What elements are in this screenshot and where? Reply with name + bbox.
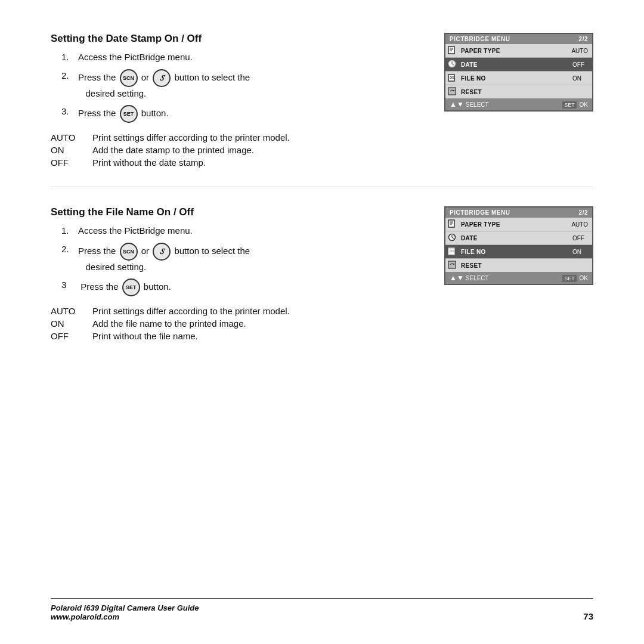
s2-step3-num: 3 [61,278,78,292]
val-off-2: Print without the file name. [92,331,432,341]
val-on-1: Add the date stamp to the printed image. [92,145,432,155]
lcd2-footer-left: ▲▼ SELECT [450,274,489,282]
svg-rect-11 [448,220,454,227]
lcd2-set-icon: SET [562,275,577,282]
step1-text: Access the PictBridge menu. [78,51,432,64]
val-off-1: Print without the date stamp. [92,157,432,168]
section1-title: Setting the Date Stamp On / Off [51,33,432,45]
lcd2-header: PICTBRIDGE MENU 2/2 [445,208,592,218]
footer-left: Polaroid i639 Digital Camera User Guide … [51,603,199,621]
section1: Setting the Date Stamp On / Off 1. Acces… [51,33,593,168]
lcd1-ok-label: OK [580,101,588,108]
lcd1-label-papertype: PAPER TYPE [459,45,567,57]
lcd1-row-fileno: 001 FILE NO ON [445,72,592,85]
footer-left-line2: www.polaroid.com [51,612,199,621]
lcd2-select-label: SELECT [466,275,489,281]
step2-text: Press the SCN or 𝑆 button to select the … [78,69,432,101]
lcd1-ok-area: SET OK [562,101,588,108]
lcd2-icon-reset [445,259,459,272]
key-off-1: OFF [51,157,92,168]
step1-num: 1. [61,51,78,64]
lcd1-arrow-icon: ▲▼ [450,100,464,109]
section1-step1: 1. Access the PictBridge menu. [61,51,432,64]
s2-step2-text: Press the SCN or 𝑆 button to select the … [78,243,432,274]
lcd2-title: PICTBRIDGE MENU [450,209,510,216]
lcd2-value-date: OFF [568,233,592,244]
lcd2-row-reset: RESET [445,259,592,272]
lcd2-footer: ▲▼ SELECT SET OK [445,272,592,284]
lcd1-icon-papertype [445,44,459,57]
section2-setting-on: ON Add the file name to the printed imag… [51,318,432,329]
lcd1-label-date: DATE [459,59,568,70]
set-button-icon: SET [120,105,138,123]
lcd1-set-icon: SET [562,101,577,109]
footer-url: www.polaroid.com [51,612,119,621]
step2-num: 2. [61,69,78,83]
s-button-icon: 𝑆 [153,69,171,87]
lcd2-value-papertype: AUTO [567,219,592,230]
section2-setting-auto: AUTO Print settings differ according to … [51,306,432,316]
section1-lcd: PICTBRIDGE MENU 2/2 PAPER TYPE AUTO DATE… [444,33,593,112]
scn-button-icon: SCN [120,69,138,87]
lcd2-ok-label: OK [580,275,588,281]
page-footer: Polaroid i639 Digital Camera User Guide … [51,598,593,621]
lcd2-icon-papertype [445,218,459,231]
footer-title: Polaroid i639 Digital Camera User Guide [51,603,199,612]
lcd2-value-fileno: ON [568,246,592,258]
lcd2-row-papertype: PAPER TYPE AUTO [445,218,592,231]
lcd1-page: 2/2 [579,36,588,42]
lcd1-header: PICTBRIDGE MENU 2/2 [445,34,592,44]
section1-setting-auto: AUTO Print settings differ according to … [51,132,432,143]
val-auto-1: Print settings differ according to the p… [92,132,432,143]
step3-num: 3. [61,105,78,119]
section2-title: Setting the File Name On / Off [51,206,432,218]
section-divider [51,187,593,187]
s2-step1-text: Access the PictBridge menu. [78,224,432,238]
key-on-2: ON [51,318,92,329]
lcd2-row-date: DATE OFF [445,231,592,245]
key-on-1: ON [51,145,92,155]
lcd1-footer-left: ▲▼ SELECT [450,100,489,109]
s2-step1-num: 1. [61,224,78,238]
lcd1-value-reset [568,89,592,94]
lcd2-label-reset: RESET [459,260,568,271]
lcd2-label-fileno: FILE NO [459,246,568,258]
section2-lcd: PICTBRIDGE MENU 2/2 PAPER TYPE AUTO DATE… [444,206,593,285]
section2-step2: 2. Press the SCN or 𝑆 button to select t… [61,243,432,274]
lcd2-ok-area: SET OK [562,275,588,281]
lcd1-select-label: SELECT [466,101,489,108]
svg-rect-20 [448,261,456,268]
step3-text: Press the SET button. [78,105,432,123]
lcd1-label-reset: RESET [459,86,568,98]
lcd2-arrow-icon: ▲▼ [450,274,464,282]
svg-text:001: 001 [450,76,455,79]
lcd1-icon-reset [445,85,459,98]
section2-instructions: 1. Access the PictBridge menu. 2. Press … [61,224,432,296]
section1-instructions: 1. Access the PictBridge menu. 2. Press … [61,51,432,123]
lcd1-row-reset: RESET [445,85,592,98]
lcd1-label-fileno: FILE NO [459,73,568,84]
lcd1-row-date: DATE OFF [445,58,592,72]
svg-rect-0 [448,47,454,54]
section1-step3: 3. Press the SET button. [61,105,432,123]
svg-text:001: 001 [450,249,455,253]
section1-settings: AUTO Print settings differ according to … [51,132,432,168]
section1-step2: 2. Press the SCN or 𝑆 button to select t… [61,69,432,101]
lcd2-value-reset [568,263,592,268]
lcd1-title: PICTBRIDGE MENU [450,36,510,42]
lcd2-icon-fileno: 001 [445,245,459,258]
footer-left-line1: Polaroid i639 Digital Camera User Guide [51,603,199,612]
section1-setting-on: ON Add the date stamp to the printed ima… [51,145,432,155]
set-button-icon-2: SET [122,278,140,296]
lcd1-value-papertype: AUTO [567,45,592,57]
scn-button-icon-2: SCN [120,243,138,261]
page-content: Setting the Date Stamp On / Off 1. Acces… [0,0,644,401]
lcd1-icon-fileno: 001 [445,72,459,85]
section2-setting-off: OFF Print without the file name. [51,331,432,341]
section2-step3: 3 Press the SET button. [61,278,432,296]
key-off-2: OFF [51,331,92,341]
section2: Setting the File Name On / Off 1. Access… [51,206,593,341]
lcd2-icon-date [445,231,459,244]
s2-step2-num: 2. [61,243,78,256]
lcd2-label-date: DATE [459,233,568,244]
